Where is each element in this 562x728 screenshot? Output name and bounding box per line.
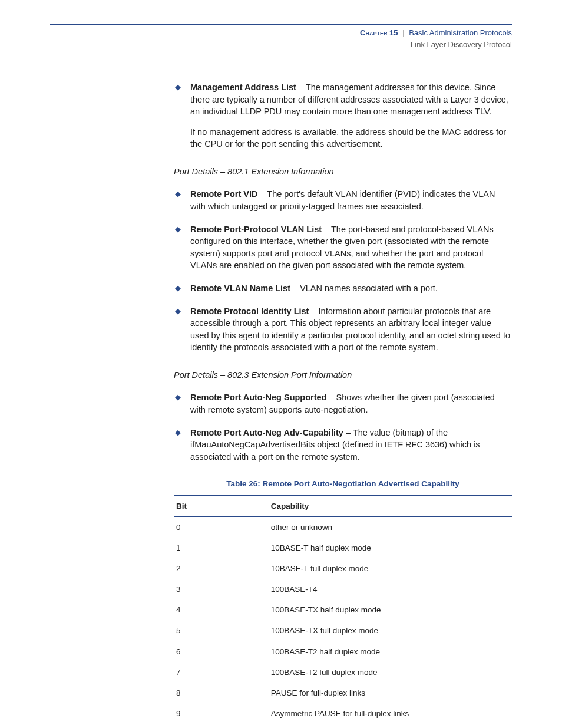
table-row: 7100BASE-T2 full duplex mode — [174, 662, 512, 683]
term: Remote Port VID — [190, 189, 257, 199]
bullet-list-top: Management Address List – The management… — [174, 81, 512, 150]
table-header-capability: Capability — [269, 496, 512, 516]
cell-cap: 100BASE-TX half duplex mode — [269, 599, 512, 620]
cell-cap: Asymmetric PAUSE for full-duplex links — [269, 703, 512, 724]
header-underline — [50, 55, 512, 55]
table-header-bit: Bit — [174, 496, 269, 516]
cell-cap: 100BASE-T4 — [269, 579, 512, 599]
term: Remote Protocol Identity List — [190, 307, 309, 316]
list-item: Remote Protocol Identity List – Informat… — [174, 305, 512, 354]
table-row: 0other or unknown — [174, 516, 512, 538]
page-header: Chapter 15 | Basic Administration Protoc… — [50, 27, 512, 50]
table-row: 3100BASE-T4 — [174, 579, 512, 599]
term: Management Address List — [190, 83, 296, 92]
content-area: Management Address List – The management… — [174, 81, 512, 728]
top-rule — [50, 24, 512, 25]
cell-cap: 100BASE-TX full duplex mode — [269, 620, 512, 641]
cell-bit: 4 — [174, 599, 269, 620]
table-row: 110BASE-T half duplex mode — [174, 538, 512, 558]
cell-bit: 3 — [174, 579, 269, 599]
header-title: Basic Administration Protocols — [409, 28, 512, 37]
follow-paragraph: If no management address is available, t… — [190, 126, 512, 150]
header-subtitle: Link Layer Discovery Protocol — [411, 40, 512, 49]
list-item: Remote Port Auto-Neg Supported – Shows w… — [174, 391, 512, 416]
term: Remote Port-Protocol VLAN List — [190, 225, 322, 234]
cell-bit: 8 — [174, 683, 269, 703]
cell-bit: 5 — [174, 620, 269, 641]
table-row: 4100BASE-TX half duplex mode — [174, 599, 512, 620]
cell-bit: 7 — [174, 662, 269, 683]
table-row: 6100BASE-T2 half duplex mode — [174, 641, 512, 662]
cell-bit: 6 — [174, 641, 269, 662]
cell-cap: 10BASE-T half duplex mode — [269, 538, 512, 558]
table-title: Table 26: Remote Port Auto-Negotiation A… — [174, 478, 512, 489]
bullet-list-8023: Remote Port Auto-Neg Supported – Shows w… — [174, 391, 512, 463]
capability-table: Bit Capability 0other or unknown 110BASE… — [174, 495, 512, 728]
section-heading-8021: Port Details – 802.1 Extension Informati… — [174, 166, 512, 178]
cell-bit: 0 — [174, 516, 269, 538]
table-row: 210BASE-T full duplex mode — [174, 558, 512, 579]
section-heading-8023: Port Details – 802.3 Extension Port Info… — [174, 369, 512, 381]
term: Remote VLAN Name List — [190, 284, 290, 293]
list-item: Management Address List – The management… — [174, 81, 512, 150]
header-separator: | — [400, 28, 406, 37]
list-item: Remote Port Auto-Neg Adv-Capability – Th… — [174, 427, 512, 463]
cell-cap: Symmetric PAUSE for full-duplex links — [269, 724, 512, 728]
list-item: Remote VLAN Name List – VLAN names assoc… — [174, 282, 512, 295]
term: Remote Port Auto-Neg Supported — [190, 393, 326, 402]
table-row: 5100BASE-TX full duplex mode — [174, 620, 512, 641]
cell-bit: 2 — [174, 558, 269, 579]
cell-bit: 9 — [174, 703, 269, 724]
list-item: Remote Port-Protocol VLAN List – The por… — [174, 223, 512, 272]
cell-bit: 1 — [174, 538, 269, 558]
cell-bit: 10 — [174, 724, 269, 728]
chapter-label: Chapter 15 — [360, 28, 398, 37]
cell-cap: PAUSE for full-duplex links — [269, 683, 512, 703]
term: Remote Port Auto-Neg Adv-Capability — [190, 428, 343, 437]
list-item: Remote Port VID – The port's default VLA… — [174, 188, 512, 212]
cell-cap: 10BASE-T full duplex mode — [269, 558, 512, 579]
table-row: 8PAUSE for full-duplex links — [174, 683, 512, 703]
cell-cap: 100BASE-T2 full duplex mode — [269, 662, 512, 683]
table-row: 10Symmetric PAUSE for full-duplex links — [174, 724, 512, 728]
desc: – VLAN names associated with a port. — [290, 284, 438, 293]
table-row: 9Asymmetric PAUSE for full-duplex links — [174, 703, 512, 724]
cell-cap: other or unknown — [269, 516, 512, 538]
cell-cap: 100BASE-T2 half duplex mode — [269, 641, 512, 662]
bullet-list-8021: Remote Port VID – The port's default VLA… — [174, 188, 512, 353]
